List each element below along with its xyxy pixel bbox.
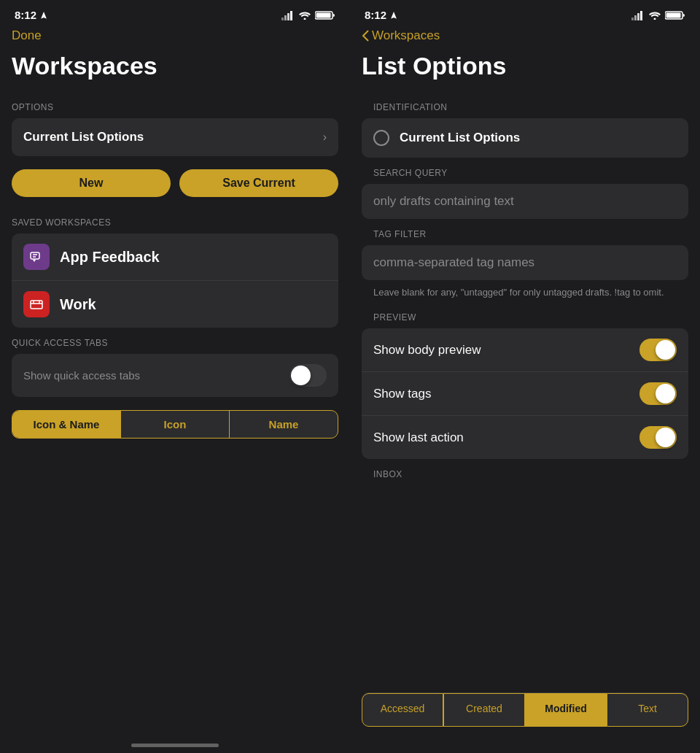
search-query-header: SEARCH QUERY xyxy=(362,158,688,184)
quick-access-toggle-row: Show quick access tabs xyxy=(12,354,338,397)
location-arrow-icon-right xyxy=(389,11,398,20)
search-query-input[interactable]: only drafts containing text xyxy=(362,184,688,219)
last-action-knob xyxy=(656,428,675,447)
svg-rect-13 xyxy=(631,18,634,20)
status-bar-left: 8:12 xyxy=(0,0,350,26)
search-query-placeholder: only drafts containing text xyxy=(373,194,514,208)
svg-rect-2 xyxy=(287,13,289,20)
tab-text[interactable]: Text xyxy=(607,693,688,727)
svg-rect-6 xyxy=(31,252,39,259)
tab-created[interactable]: Created xyxy=(443,693,525,727)
preview-tags: Show tags xyxy=(362,372,688,416)
seg-name[interactable]: Name xyxy=(230,411,338,438)
svg-rect-3 xyxy=(290,11,292,20)
status-time-left: 8:12 xyxy=(15,9,48,21)
content-area-right: IDENTIFICATION Current List Options SEAR… xyxy=(350,92,700,753)
inbox-tabs: Accessed Created Modified Text xyxy=(362,692,688,727)
status-time-right: 8:12 xyxy=(365,9,398,21)
svg-rect-14 xyxy=(634,15,637,20)
wifi-icon-right xyxy=(649,11,661,20)
status-icons-right xyxy=(631,10,685,20)
seg-icon-name[interactable]: Icon & Name xyxy=(12,411,121,438)
workspace-item-work[interactable]: Work xyxy=(12,281,338,328)
tag-filter-input[interactable]: comma-separated tag names xyxy=(362,245,688,280)
save-current-button[interactable]: Save Current xyxy=(179,169,338,197)
back-chevron-icon xyxy=(362,30,369,42)
body-preview-label: Show body preview xyxy=(373,343,481,358)
body-preview-knob xyxy=(656,340,675,360)
right-panel: 8:12 Workspaces xyxy=(350,0,700,753)
svg-rect-0 xyxy=(281,18,284,20)
work-icon xyxy=(23,291,50,317)
tag-filter-header: TAG FILTER xyxy=(362,219,688,245)
left-panel: 8:12 Done xyxy=(0,0,350,753)
last-action-label: Show last action xyxy=(373,430,464,445)
done-button[interactable]: Done xyxy=(12,28,42,42)
chevron-icon: › xyxy=(323,131,327,144)
signal-icon-right xyxy=(631,10,645,20)
radio-circle xyxy=(373,130,389,146)
battery-icon-left xyxy=(315,10,335,20)
location-arrow-icon-left xyxy=(39,11,48,20)
identification-row[interactable]: Current List Options xyxy=(362,118,688,158)
app-feedback-icon xyxy=(23,244,50,270)
status-icons-left xyxy=(281,10,335,20)
home-indicator-left xyxy=(0,728,350,753)
wifi-icon-left xyxy=(299,11,311,20)
quick-access-toggle[interactable] xyxy=(289,364,327,387)
tag-filter-placeholder: comma-separated tag names xyxy=(373,255,534,269)
seg-icon[interactable]: Icon xyxy=(121,411,230,438)
preview-header: PREVIEW xyxy=(362,302,688,328)
tab-modified[interactable]: Modified xyxy=(525,693,607,727)
nav-bar-right: Workspaces xyxy=(350,26,700,49)
segmented-control: Icon & Name Icon Name xyxy=(12,410,338,439)
identification-value: Current List Options xyxy=(400,131,520,145)
identification-header: IDENTIFICATION xyxy=(362,92,688,118)
saved-workspaces-header: SAVED WORKSPACES xyxy=(0,207,350,233)
quick-access-header: QUICK ACCESS TABS xyxy=(0,328,350,354)
page-title-left: Workspaces xyxy=(0,49,350,92)
page-title-right: List Options xyxy=(350,49,700,92)
current-list-options-item[interactable]: Current List Options › xyxy=(12,118,338,156)
new-button[interactable]: New xyxy=(12,169,171,197)
tags-toggle[interactable] xyxy=(639,382,677,405)
buttons-row: New Save Current xyxy=(0,162,350,207)
tag-filter-hint: Leave blank for any, "untagged" for only… xyxy=(362,280,688,302)
status-bar-right: 8:12 xyxy=(350,0,700,26)
tags-knob xyxy=(656,384,675,403)
preview-body-preview: Show body preview xyxy=(362,328,688,372)
app-feedback-svg xyxy=(29,250,44,264)
quick-access-toggle-label: Show quick access tabs xyxy=(23,369,140,382)
svg-rect-15 xyxy=(637,13,639,20)
work-svg xyxy=(29,297,44,312)
workspace-item-app-feedback[interactable]: App Feedback xyxy=(12,233,338,281)
signal-icon-left xyxy=(281,10,295,20)
last-action-toggle[interactable] xyxy=(639,426,677,449)
tab-accessed[interactable]: Accessed xyxy=(362,693,443,727)
preview-list: Show body preview Show tags Show last ac… xyxy=(362,328,688,459)
home-bar-left xyxy=(131,744,219,747)
svg-rect-18 xyxy=(666,12,681,18)
body-preview-toggle[interactable] xyxy=(639,339,677,361)
tags-label: Show tags xyxy=(373,387,431,401)
work-label: Work xyxy=(60,296,96,313)
svg-rect-1 xyxy=(284,15,287,20)
preview-last-action: Show last action xyxy=(362,416,688,459)
svg-rect-9 xyxy=(31,301,42,309)
toggle-knob xyxy=(291,366,311,385)
app-feedback-label: App Feedback xyxy=(60,249,160,266)
back-button[interactable]: Workspaces xyxy=(362,28,688,43)
options-section-header: OPTIONS xyxy=(0,92,350,118)
svg-rect-5 xyxy=(316,12,331,18)
svg-rect-16 xyxy=(640,11,642,20)
inbox-header: INBOX xyxy=(362,459,688,485)
battery-icon-right xyxy=(665,10,685,20)
nav-bar-left: Done xyxy=(0,26,350,49)
